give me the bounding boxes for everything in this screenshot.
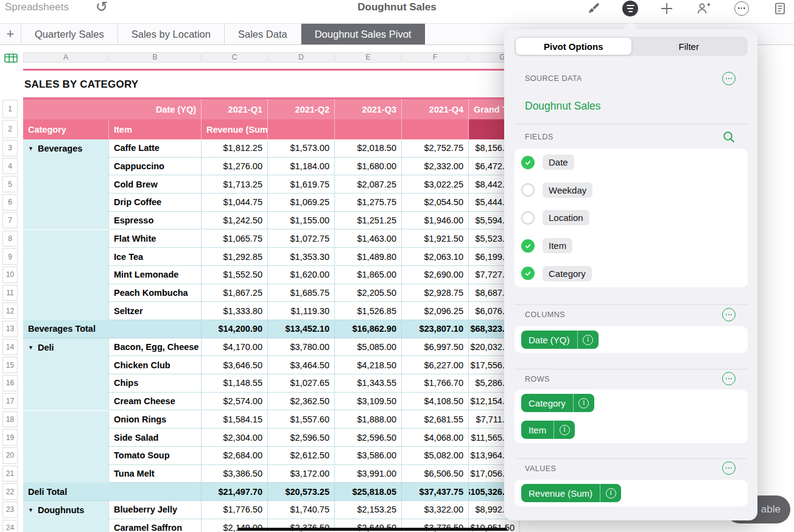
cell[interactable]: $3,464.50 bbox=[268, 356, 335, 374]
field-row[interactable]: Date bbox=[521, 149, 741, 177]
unchecked-circle-icon[interactable] bbox=[521, 211, 535, 225]
row-header[interactable]: 9 bbox=[2, 248, 18, 265]
header-cell[interactable]: 2021-Q3 bbox=[335, 99, 402, 119]
cell[interactable]: $1,584.15 bbox=[202, 411, 268, 429]
cell[interactable]: $3,386.50 bbox=[202, 465, 268, 483]
cell[interactable]: $2,596.50 bbox=[335, 429, 402, 447]
row-header[interactable]: 4 bbox=[2, 158, 18, 175]
info-icon[interactable]: i bbox=[554, 421, 575, 439]
cell[interactable]: $1,812.25 bbox=[202, 139, 268, 158]
row-header[interactable]: 18 bbox=[2, 411, 18, 428]
item-cell[interactable]: Caffe Latte bbox=[109, 139, 202, 158]
cell[interactable]: $2,362.50 bbox=[268, 393, 335, 411]
info-icon[interactable]: i bbox=[600, 484, 621, 502]
cell[interactable]: $2,054.50 bbox=[402, 194, 469, 212]
category-cell[interactable]: ▼Deli bbox=[23, 338, 109, 357]
header-cell[interactable]: Revenue (Sum) bbox=[202, 119, 268, 139]
cell[interactable]: $1,069.25 bbox=[268, 194, 335, 212]
cell[interactable]: $3,109.50 bbox=[335, 393, 402, 411]
sheet-tab[interactable]: Quarterly Sales bbox=[21, 24, 118, 44]
cell[interactable]: $2,681.55 bbox=[402, 411, 469, 429]
category-cell[interactable] bbox=[23, 212, 109, 230]
item-cell[interactable]: Bacon, Egg, Cheese bbox=[109, 338, 202, 357]
category-cell[interactable] bbox=[23, 393, 109, 411]
category-cell[interactable] bbox=[23, 302, 109, 320]
values-options-icon[interactable] bbox=[722, 461, 736, 475]
cell[interactable]: $6,227.00 bbox=[402, 356, 469, 374]
disclosure-triangle-icon[interactable]: ▼ bbox=[28, 145, 33, 152]
cell[interactable]: $1,463.00 bbox=[335, 230, 402, 248]
category-cell[interactable] bbox=[23, 158, 109, 176]
pivot-options-icon[interactable] bbox=[622, 0, 639, 16]
cell[interactable]: $1,766.70 bbox=[402, 374, 469, 393]
cell[interactable]: $1,072.75 bbox=[268, 230, 335, 248]
cell[interactable]: $1,292.85 bbox=[202, 248, 268, 266]
item-cell[interactable]: Chips bbox=[109, 374, 202, 393]
category-cell[interactable] bbox=[23, 429, 109, 447]
cell[interactable]: $5,085.00 bbox=[335, 338, 402, 357]
cell[interactable]: $1,740.75 bbox=[268, 501, 335, 519]
cell[interactable]: $2,304.00 bbox=[202, 429, 268, 447]
row-header[interactable]: 8 bbox=[2, 231, 18, 247]
cell[interactable]: $2,096.25 bbox=[402, 302, 469, 320]
category-cell[interactable] bbox=[23, 175, 109, 194]
checked-circle-icon[interactable] bbox=[521, 239, 535, 253]
field-label[interactable]: Location bbox=[543, 210, 589, 225]
category-cell[interactable]: ▼Doughnuts bbox=[23, 501, 109, 519]
cell[interactable]: $2,205.50 bbox=[335, 284, 402, 303]
cell[interactable]: $1,946.00 bbox=[402, 212, 469, 230]
search-icon[interactable] bbox=[722, 130, 736, 144]
cell[interactable]: $2,018.50 bbox=[335, 139, 402, 158]
cell[interactable]: $23,807.10 bbox=[402, 320, 469, 338]
document-icon[interactable] bbox=[771, 0, 789, 16]
header-cell[interactable]: Category bbox=[23, 119, 109, 139]
item-cell[interactable]: Chicken Club bbox=[109, 356, 202, 374]
row-header[interactable]: 23 bbox=[2, 502, 18, 518]
category-cell[interactable] bbox=[23, 248, 109, 266]
cell[interactable]: $16,862.90 bbox=[335, 320, 402, 338]
disclosure-triangle-icon[interactable]: ▼ bbox=[28, 345, 33, 351]
row-header[interactable]: 7 bbox=[2, 212, 18, 229]
row-header[interactable]: 20 bbox=[2, 447, 18, 464]
cell[interactable]: $1,184.00 bbox=[268, 158, 335, 176]
cell[interactable]: $3,586.00 bbox=[335, 447, 402, 465]
field-row[interactable]: Category bbox=[521, 259, 741, 287]
rows-chip[interactable]: Itemi bbox=[521, 421, 575, 439]
home-indicator[interactable] bbox=[237, 528, 507, 531]
tab-pivot-options[interactable]: Pivot Options bbox=[516, 38, 631, 55]
cell[interactable]: $3,022.25 bbox=[402, 175, 469, 194]
category-cell[interactable] bbox=[23, 356, 109, 374]
cell[interactable]: $6,506.50 bbox=[402, 465, 469, 483]
cell[interactable]: $1,276.00 bbox=[202, 158, 268, 176]
disclosure-triangle-icon[interactable]: ▼ bbox=[28, 507, 33, 513]
item-cell[interactable]: Onion Rings bbox=[109, 411, 202, 429]
header-cell[interactable]: 2021-Q2 bbox=[268, 99, 335, 119]
item-cell[interactable]: Ice Tea bbox=[109, 248, 202, 266]
column-header[interactable]: A bbox=[23, 52, 108, 63]
cell[interactable]: $2,752.75 bbox=[402, 139, 469, 158]
header-cell[interactable] bbox=[268, 119, 335, 139]
row-header[interactable]: 17 bbox=[2, 393, 18, 410]
cell[interactable]: $21,497.70 bbox=[202, 483, 268, 501]
checked-circle-icon[interactable] bbox=[521, 267, 535, 280]
column-header[interactable]: C bbox=[202, 52, 267, 63]
column-header[interactable]: D bbox=[268, 52, 334, 63]
columns-chip[interactable]: Date (YQ)i bbox=[521, 331, 599, 349]
cell[interactable]: $1,155.00 bbox=[268, 212, 335, 230]
cell[interactable]: $2,574.00 bbox=[202, 393, 268, 411]
cell[interactable]: $1,526.85 bbox=[335, 302, 402, 320]
sheet-tab[interactable]: Doughnut Sales Pivot bbox=[301, 24, 426, 44]
field-label[interactable]: Weekday bbox=[543, 183, 592, 198]
field-row[interactable]: Weekday bbox=[521, 177, 741, 205]
category-cell[interactable] bbox=[23, 411, 109, 429]
sheet-tab[interactable]: Sales Data bbox=[225, 24, 301, 44]
column-header[interactable]: F bbox=[402, 52, 468, 63]
cell[interactable]: $4,068.00 bbox=[402, 429, 469, 447]
category-cell[interactable] bbox=[23, 519, 109, 532]
row-header[interactable]: 13 bbox=[2, 321, 18, 337]
row-header[interactable]: 12 bbox=[2, 303, 18, 319]
cell[interactable]: $2,087.25 bbox=[335, 175, 402, 194]
unchecked-circle-icon[interactable] bbox=[521, 183, 535, 197]
total-label-cell[interactable]: Beverages Total bbox=[23, 320, 202, 338]
row-header[interactable]: 21 bbox=[2, 466, 18, 482]
